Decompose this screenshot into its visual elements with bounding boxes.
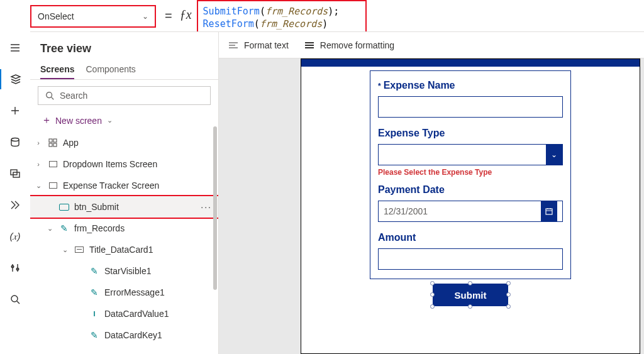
tree-item-starvisible[interactable]: ✎ StarVisible1: [30, 260, 218, 282]
submit-button[interactable]: Submit: [433, 284, 508, 306]
variables-icon[interactable]: (𝑥): [5, 226, 25, 246]
tree-view-panel: Tree view Screens Components Search ＋ Ne…: [30, 32, 219, 354]
payment-date-label: Payment Date: [378, 184, 563, 196]
equals-sign: =: [165, 9, 172, 23]
svg-point-6: [47, 92, 52, 98]
calendar-icon: [541, 201, 557, 221]
tree-item-datacardkey[interactable]: ✎ DataCardKey1: [30, 324, 218, 346]
expense-form-card: * Expense Name Expense Type ⌄ Please Sel…: [370, 70, 571, 279]
more-icon[interactable]: ···: [201, 202, 212, 212]
data-icon[interactable]: [5, 132, 25, 152]
tree-item-expense-screen[interactable]: ⌄ Expense Tracker Screen: [30, 175, 218, 196]
tree-item-btn-submit[interactable]: btn_Submit ···: [30, 196, 218, 218]
svg-rect-9: [49, 143, 52, 147]
tree-search[interactable]: Search: [38, 86, 211, 105]
search-icon[interactable]: [5, 289, 25, 309]
plus-icon: ＋: [42, 114, 52, 127]
tree-search-placeholder: Search: [60, 91, 87, 101]
expense-name-label: * Expense Name: [378, 80, 563, 91]
svg-rect-10: [53, 143, 57, 147]
tree-item-app[interactable]: › App: [30, 132, 218, 153]
tree-list: › App › Dropdown Items Screen ⌄ Expense …: [30, 132, 218, 354]
new-screen-button[interactable]: ＋ New screen ⌄: [30, 111, 218, 132]
tree-item-errormessage[interactable]: ✎ ErrorMessage1: [30, 282, 218, 303]
tab-components[interactable]: Components: [86, 60, 135, 79]
expense-type-label: Expense Type: [378, 128, 563, 139]
formula-format-bar: Format text Remove formatting: [219, 32, 644, 58]
amount-input[interactable]: [378, 248, 563, 270]
remove-formatting-button[interactable]: Remove formatting: [304, 40, 394, 50]
fx-icon: ƒx: [180, 8, 192, 22]
device-preview: * Expense Name Expense Type ⌄ Please Sel…: [301, 58, 640, 354]
tree-item-frm-records[interactable]: ⌄ ✎ frm_Records: [30, 218, 218, 239]
tree-view-icon[interactable]: [0, 69, 30, 89]
chevron-down-icon: ⌄: [142, 12, 148, 21]
advanced-tools-icon[interactable]: [5, 258, 25, 278]
property-selector-value: OnSelect: [38, 11, 74, 21]
tree-scrollbar[interactable]: [213, 126, 217, 290]
svg-rect-11: [546, 209, 552, 214]
tree-item-dropdown-screen[interactable]: › Dropdown Items Screen: [30, 153, 218, 175]
canvas-area: Format text Remove formatting * Expense …: [219, 32, 644, 354]
left-nav-rail: (𝑥): [0, 31, 30, 309]
payment-date-input[interactable]: 12/31/2001: [378, 201, 563, 222]
chevron-down-icon: ⌄: [107, 116, 113, 124]
svg-point-5: [11, 296, 18, 302]
hamburger-icon[interactable]: [5, 38, 25, 58]
amount-label: Amount: [378, 232, 563, 243]
device-header-bar: [301, 59, 640, 67]
svg-point-0: [11, 138, 19, 141]
tree-view-title: Tree view: [30, 32, 218, 60]
tab-screens[interactable]: Screens: [40, 60, 74, 79]
property-selector[interactable]: OnSelect ⌄: [30, 5, 156, 28]
expense-name-input[interactable]: [378, 96, 563, 118]
tree-item-datacardvalue[interactable]: I DataCardValue1: [30, 303, 218, 324]
required-star-icon: *: [378, 82, 381, 91]
svg-rect-8: [53, 139, 57, 142]
expense-type-select[interactable]: ⌄: [378, 144, 563, 165]
svg-rect-7: [49, 139, 52, 142]
power-automate-icon[interactable]: [5, 195, 25, 215]
chevron-down-icon: ⌄: [546, 145, 562, 165]
insert-icon[interactable]: [5, 101, 25, 121]
tree-item-title-datacard[interactable]: ⌄ Title_DataCard1: [30, 239, 218, 260]
expense-type-error: Please Select the Expense Type: [378, 168, 563, 177]
media-icon[interactable]: [5, 163, 25, 184]
format-text-button[interactable]: Format text: [228, 40, 289, 50]
